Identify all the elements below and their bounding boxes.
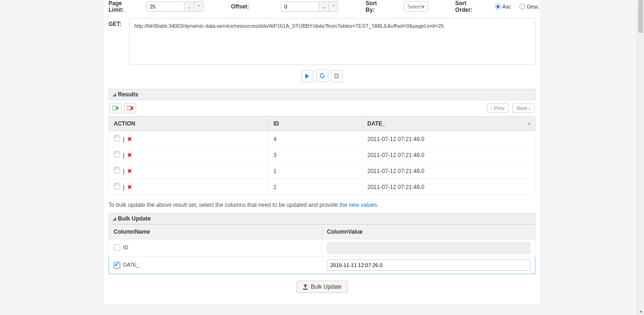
copy-icon [334,73,339,79]
bulk-row: DATE_ [109,257,535,274]
chevron-down-icon: ▾ [422,4,425,10]
upload-icon [303,284,308,290]
collapse-icon: ◢ [113,92,116,97]
page-limit-label: Page Limit: [109,0,124,13]
delete-row-icon[interactable]: ✖ [127,184,132,190]
offset-label: Offset: [231,3,249,10]
bulk-actions: Bulk Update [109,274,535,295]
sortorder-desc[interactable]: Desc [520,4,539,9]
results-section-header[interactable]: ◢ Results [109,89,535,100]
bulk-checkbox[interactable] [114,244,120,251]
request-url-text: http://blr00abk:34003/dynamic-data-servi… [134,23,444,29]
results-table: ACTION ID DATE_ |✖42011-07-12 07:21:48.0… [109,116,535,195]
main-panel: Page Limit: ⌄ ⌃ Offset: ⌄ ⌃ Sort By: Sel… [103,0,541,305]
request-row: GET: http://blr00abk:34003/dynamic-data-… [109,18,535,65]
divider: | [123,184,124,190]
bulk-update-label: Bulk Update [311,284,341,290]
delete-row-icon[interactable]: ✖ [127,152,132,158]
request-url-box[interactable]: http://blr00abk:34003/dynamic-data-servi… [129,18,535,65]
cell-date: 2011-07-12 07:21:48.0 [363,179,535,195]
offset-input[interactable] [281,2,319,11]
next-label: Next [517,105,528,111]
bulk-col-name: ColumnName [109,225,322,239]
cell-date: 2011-07-12 07:21:48.0 [363,131,535,147]
bulk-value-input [327,242,530,253]
page-limit-spinner[interactable]: ⌄ ⌃ [147,1,204,12]
bulk-col-name-cell: ID [123,244,128,250]
bulk-title: Bulk Update [118,215,151,222]
action-bar [109,70,535,82]
bulk-value-input[interactable] [327,260,530,271]
cell-date: 2011-07-12 07:21:48.0 [363,147,535,163]
bulk-hint: To bulk update the above result set, sel… [109,202,535,208]
collapse-icon: ◢ [113,216,116,221]
table-row[interactable]: |✖22011-07-12 07:21:48.0 [109,179,535,195]
play-icon [305,74,310,79]
radio-selected-icon [495,4,501,9]
save-row-icon[interactable] [114,183,120,191]
bulk-checkbox[interactable] [114,262,120,268]
col-action[interactable]: ACTION [109,117,269,131]
delete-row-icon[interactable]: ✖ [127,136,132,142]
offset-spinner[interactable]: ⌄ ⌃ [281,1,338,12]
svg-rect-10 [115,151,118,153]
bulk-hint-text: To bulk update the above result set, sel… [109,202,340,208]
delete-row-icon [127,105,133,111]
bulk-hint-link[interactable]: the new values. [340,202,379,208]
cell-id: 2 [269,179,363,195]
svg-rect-11 [115,167,118,169]
svg-marker-0 [305,74,309,79]
table-row[interactable]: |✖32011-07-12 07:21:48.0 [109,147,535,163]
divider: | [123,136,124,142]
add-row-button[interactable] [109,103,122,113]
offset-down[interactable]: ⌄ [319,2,328,11]
save-row-icon[interactable] [114,151,120,159]
cell-id: 3 [269,147,363,163]
col-id[interactable]: ID [269,117,363,131]
sortorder-asc[interactable]: Asc [495,4,511,9]
bulk-row: ID [109,239,535,257]
refresh-button[interactable] [316,70,328,82]
scroll-down-icon[interactable]: ▾ [637,308,644,315]
page-limit-down[interactable]: ⌄ [185,2,194,11]
bulk-section-header[interactable]: ◢ Bulk Update [109,213,535,224]
cell-id: 1 [269,163,363,179]
run-button[interactable] [301,70,313,82]
bulk-col-name-cell: DATE_ [123,262,140,268]
divider: | [123,152,124,158]
results-toolbar: ‹ Prev Next › [109,100,535,116]
prev-button[interactable]: ‹ Prev [487,103,509,113]
sortby-label: Sort By: [365,0,377,13]
bulk-update-button[interactable]: Bulk Update [296,281,348,293]
sortorder-asc-label: Asc [503,4,511,9]
http-method-label: GET: [109,18,124,65]
copy-button[interactable] [331,70,343,82]
bulk-table: ColumnName ColumnValue IDDATE_ [109,224,535,274]
sortorder-desc-label: Desc [527,4,539,9]
sortorder-label: Sort Order: [455,0,473,13]
next-button[interactable]: Next › [512,103,535,113]
delete-row-button[interactable] [124,103,136,113]
sortby-select[interactable]: Select ▾ [404,1,428,12]
chevron-right-icon: › [528,105,530,111]
scrollbar-thumb[interactable] [638,0,643,33]
save-row-icon[interactable] [114,167,120,175]
offset-up[interactable]: ⌃ [328,2,338,11]
cell-id: 4 [269,131,363,147]
svg-rect-9 [115,135,118,137]
cell-date: 2011-07-12 07:21:48.0 [363,163,535,179]
chevron-left-icon: ‹ [491,105,493,111]
table-row[interactable]: |✖42011-07-12 07:21:48.0 [109,131,535,147]
table-row[interactable]: |✖12011-07-12 07:21:48.0 [109,163,535,179]
vertical-scrollbar[interactable]: ▴ ▾ [637,0,644,315]
page-limit-input[interactable] [147,2,185,11]
divider: | [123,168,124,174]
delete-row-icon[interactable]: ✖ [127,168,132,174]
bulk-col-value: ColumnValue [322,225,535,239]
prev-label: Prev [494,105,505,111]
svg-rect-12 [115,183,118,185]
radio-unselected-icon [520,4,525,9]
page-limit-up[interactable]: ⌃ [194,2,203,11]
save-row-icon[interactable] [114,135,120,143]
col-date[interactable]: DATE_ [363,117,535,131]
